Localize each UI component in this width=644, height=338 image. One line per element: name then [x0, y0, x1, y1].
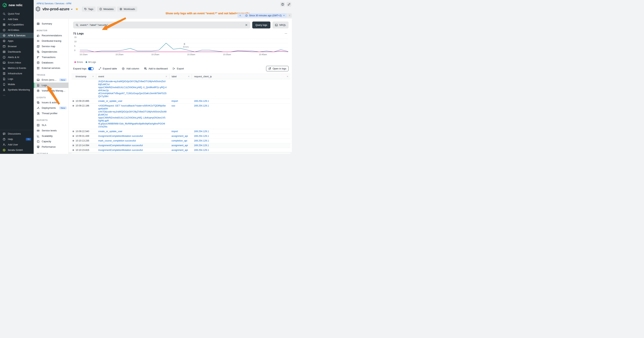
- sidebar-item-discussions[interactable]: Discussions: [0, 131, 34, 136]
- sidebar-item-more[interactable]: [0, 93, 34, 98]
- remove-column-icon[interactable]: [286, 75, 288, 78]
- nav-item-transactions[interactable]: Transactions: [34, 55, 68, 60]
- table-row[interactable]: 10:10:35.305AssignmentCompletionMutation…: [72, 153, 290, 154]
- ip-link[interactable]: 169.254.129.1: [194, 104, 288, 107]
- event-link[interactable]: AssignmentCompletionMutation successful: [98, 153, 166, 154]
- copy-link-button[interactable]: [286, 2, 291, 7]
- nav-item-scalability[interactable]: Scalability: [34, 133, 68, 139]
- open-in-logs-button[interactable]: Open in logs: [266, 66, 288, 71]
- clear-search-icon[interactable]: [245, 24, 248, 26]
- app-logo[interactable]: new relic: [0, 0, 34, 11]
- event-link[interactable]: <ASGIRequest: GET '/sso/callback/?state=…: [98, 104, 166, 110]
- sidebar-item-alerts-ai[interactable]: Alerts & AI: [0, 55, 34, 60]
- nav-item-recommendations[interactable]: Recommendations: [34, 33, 68, 38]
- more-options-icon[interactable]: [284, 32, 288, 35]
- ip-link[interactable]: 169.254.129.1: [194, 144, 288, 147]
- nav-item-capacity[interactable]: Capacity: [34, 139, 68, 144]
- event-link[interactable]: JUQVU&code=eyJraWQiOiJjcGltY29yZV8wOTI1M…: [98, 80, 166, 86]
- sidebar-item-quick-find[interactable]: Quick Find: [0, 11, 34, 17]
- sidebar-item-logs[interactable]: Logs: [0, 76, 34, 82]
- table-row[interactable]: 10:09:22.540create_or_update_userimport1…: [72, 129, 290, 134]
- nav-item-service-map[interactable]: Service map: [34, 44, 68, 49]
- ip-link[interactable]: 169.254.129.1: [194, 149, 288, 152]
- sidebar-item-add-data[interactable]: Add Data: [0, 17, 34, 22]
- nav-item-service-levels[interactable]: Service levels: [34, 128, 68, 133]
- add-column-button[interactable]: Add column: [122, 67, 139, 70]
- sidebar-item-browser[interactable]: Browser: [0, 44, 34, 49]
- nav-item-errors-errors-inb[interactable]: Errors (errors inb...New: [34, 77, 68, 83]
- table-row[interactable]: 10:10:23.815AssignmentCompletionMutation…: [72, 148, 290, 153]
- sidebar-item-dashboards[interactable]: Dashboards: [0, 49, 34, 55]
- sidebar-item-apm-services[interactable]: APM & Services: [0, 33, 34, 38]
- ip-link[interactable]: 169.254.129.1: [194, 139, 288, 142]
- sidebar-item-infrastructure[interactable]: Infrastructure: [0, 71, 34, 76]
- sidebar-item-all-entities[interactable]: All Entities: [0, 27, 34, 33]
- label-link[interactable]: assignment_api: [172, 153, 189, 154]
- label-link[interactable]: import: [172, 130, 189, 133]
- nav-item-dependencies[interactable]: Dependencies: [34, 49, 68, 55]
- nav-item-vulnerability-management[interactable]: Vulnerability Management: [34, 88, 68, 93]
- nav-item-logs[interactable]: Logs: [34, 83, 68, 88]
- toggle-on-icon[interactable]: [88, 67, 94, 70]
- table-row[interactable]: 10:09:20.895create_or_update_userimport1…: [72, 99, 290, 104]
- metadata-button[interactable]: Metadata: [97, 7, 116, 12]
- nav-item-thread-profiler[interactable]: Thread profiler: [34, 111, 68, 116]
- nav-item-databases[interactable]: Databases: [34, 60, 68, 65]
- nav-item-summary[interactable]: Summary: [34, 21, 68, 26]
- remove-column-icon[interactable]: [165, 75, 167, 78]
- nav-item-sla[interactable]: SLA: [34, 122, 68, 128]
- table-row[interactable]: 10:09:22.196<ASGIRequest: GET '/sso/call…: [72, 104, 290, 129]
- label-link[interactable]: completion_api: [172, 139, 189, 142]
- export-button[interactable]: Export: [172, 67, 184, 70]
- breadcrumb[interactable]: APM & Services / Services - APM: [36, 2, 71, 5]
- table-row[interactable]: 10:09:31.439AssignmentCompletionMutation…: [72, 134, 290, 139]
- event-link[interactable]: AssignmentCompletionMutation successful: [98, 149, 166, 152]
- add-to-dashboard-button[interactable]: Add to dashboard: [144, 67, 168, 70]
- legend-item-all-logs[interactable]: All Logs: [86, 61, 96, 64]
- nav-item-issues-activity[interactable]: Issues & activity: [34, 100, 68, 105]
- sidebar-item-apps[interactable]: Apps: [0, 38, 34, 44]
- ip-link[interactable]: 169.254.129.1: [194, 130, 288, 133]
- label-link[interactable]: assignment_api: [172, 135, 189, 138]
- query-logs-button[interactable]: Query logs: [252, 22, 270, 29]
- sidebar-item-all-capabilities[interactable]: All Capabilities: [0, 22, 34, 27]
- label-link[interactable]: assignment_api: [172, 149, 189, 152]
- time-range-button[interactable]: Since 30 minutes ago (GMT+2): [243, 13, 287, 18]
- sidebar-item-mobile[interactable]: Mobile: [0, 82, 34, 87]
- label-link[interactable]: assignment_api: [172, 144, 189, 147]
- sidebar-item-add-user[interactable]: Add User: [0, 142, 34, 147]
- sidebar-item-errors-inbox[interactable]: Errors Inbox: [0, 60, 34, 65]
- table-row[interactable]: 10:10:13.235mark_course_completion succe…: [72, 139, 290, 143]
- expand-table-button[interactable]: Expand table: [98, 67, 117, 70]
- event-link[interactable]: 4LgSjsuUW8B0Mi8-Gdo_f6ofWhjpatNs9jaMs9qK…: [98, 122, 166, 128]
- nav-item-external-services[interactable]: External services: [34, 65, 68, 71]
- event-link[interactable]: create_or_update_user: [98, 130, 166, 133]
- label-link[interactable]: import: [172, 100, 189, 103]
- event-link[interactable]: create_or_update_user: [98, 100, 166, 103]
- event-link[interactable]: AssignmentCompletionMutation successful: [98, 144, 166, 147]
- title-chevron-down-icon[interactable]: [70, 8, 73, 11]
- remove-column-icon[interactable]: [92, 75, 94, 78]
- help-button[interactable]: [280, 2, 285, 7]
- event-link[interactable]: nppcCI6IkRlZmxhdGUiLCJzZXIiOiIxLjAifQ..L…: [98, 116, 166, 122]
- event-link[interactable]: vE1moHpkhokTVBvguN7_72JtGzGsqxZpn2OaKc3n…: [98, 92, 166, 98]
- event-link[interactable]: nppcCI6IkRlZmxhdGUiLCJzZXIiOiIxLjAifQ..l…: [98, 86, 166, 92]
- sidebar-item-synthetic-monitoring[interactable]: Synthetic Monitoring: [0, 87, 34, 93]
- sidebar-item-iterativ-gmbh[interactable]: Iterativ GmbH: [0, 147, 34, 153]
- nav-item-performance[interactable]: Performance: [34, 144, 68, 150]
- remove-column-icon[interactable]: [188, 75, 190, 78]
- label-link[interactable]: sso: [172, 104, 189, 107]
- tags-button[interactable]: Tags: [82, 7, 96, 12]
- table-row[interactable]: 10:10:14.094AssignmentCompletionMutation…: [72, 143, 290, 148]
- expand-logs-toggle[interactable]: Expand logs: [73, 67, 94, 70]
- search-input[interactable]: [80, 24, 243, 26]
- ip-link[interactable]: 169.254.129.1: [194, 100, 288, 103]
- nav-item-distributed-tracing[interactable]: Distributed tracing: [34, 38, 68, 44]
- time-forward-button[interactable]: [287, 13, 292, 18]
- event-link[interactable]: AssignmentCompletionMutation successful: [98, 135, 166, 138]
- table-row-partial[interactable]: JUQVU&code=eyJraWQiOiJjcGltY29yZV8wOTI1M…: [72, 79, 290, 99]
- ip-link[interactable]: 169.254.129.1: [194, 135, 288, 138]
- time-back-button[interactable]: [238, 13, 243, 18]
- ip-link[interactable]: 169.254.129.1: [194, 153, 288, 154]
- nrql-button[interactable]: NRQL: [272, 22, 288, 29]
